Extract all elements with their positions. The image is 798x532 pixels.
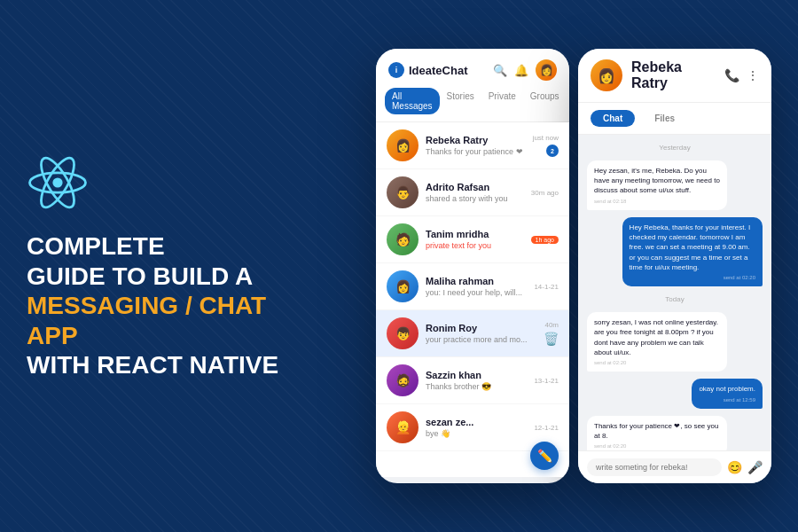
message-received-2: sorry zesan, I was not online yesterday.… <box>587 312 727 372</box>
chat-time: just now <box>533 134 559 142</box>
bell-icon[interactable]: 🔔 <box>514 64 528 77</box>
chat-meta: just now 2 <box>533 134 559 157</box>
message-sent-1: Hey Rebeka, thanks for your interest. I … <box>622 217 763 286</box>
tab-stories[interactable]: Stories <box>440 88 481 114</box>
chat-preview: bye 👋 <box>426 429 527 438</box>
chat-name: Rebeka Ratry <box>426 135 526 145</box>
detail-header-icons: 📞 ⋮ <box>724 68 759 82</box>
message-time: send at 02:20 <box>594 442 720 450</box>
chat-time: 14-1-21 <box>534 283 559 291</box>
app-name: IdeateChat <box>409 64 467 77</box>
list-header: i IdeateChat 🔍 🔔 👩 <box>376 49 569 88</box>
more-icon[interactable]: ⋮ <box>747 68 759 82</box>
chat-meta: 12-1-21 <box>534 424 559 432</box>
chat-name: sezan ze... <box>426 417 527 427</box>
mic-icon[interactable]: 🎤 <box>747 460 763 474</box>
detail-tabs: Chat Files <box>578 103 771 135</box>
chat-meta: 40m 🗑️ <box>544 321 559 346</box>
phone-icon[interactable]: 📞 <box>724 68 739 82</box>
chat-info-ronim: Ronim Roy your practice more and mo... <box>426 323 536 344</box>
message-text: Hey zesan, it's me, Rebeka. Do you have … <box>594 167 720 194</box>
chat-item-maliha[interactable]: 👩 Maliha rahman you: I need your help, w… <box>376 263 569 310</box>
left-section: COMPLETE GUIDE TO BUILD A MESSAGING / CH… <box>27 152 293 380</box>
chat-name: Adrito Rafsan <box>426 182 524 192</box>
avatar-rebeka: 👩 <box>387 129 419 161</box>
tab-all-messages[interactable]: All Messages <box>385 88 440 114</box>
user-avatar[interactable]: 👩 <box>536 59 557 81</box>
message-received-3: Thanks for your patience ❤, so see you a… <box>587 416 727 450</box>
app-logo: i IdeateChat <box>388 62 467 78</box>
contact-name: Rebeka Ratry <box>631 59 716 91</box>
chat-preview: Thanks brother 😎 <box>426 382 527 391</box>
headline-line2: GUIDE TO BUILD A <box>27 262 253 290</box>
headline-highlight: MESSAGING / CHAT APP <box>27 292 266 349</box>
chat-preview: you: I need your help, will... <box>426 288 527 297</box>
logo-icon: i <box>388 62 404 78</box>
avatar-maliha: 👩 <box>387 270 419 302</box>
avatar-sezan: 👱 <box>387 411 419 443</box>
chat-info-adrito: Adrito Rafsan shared a story with you <box>426 182 524 203</box>
message-time: send at 02:18 <box>594 198 720 205</box>
chat-time: 30m ago <box>531 189 559 197</box>
headline-line3: WITH REACT NATIVE <box>27 351 278 379</box>
chat-item-adrito[interactable]: 👨 Adrito Rafsan shared a story with you … <box>376 169 569 216</box>
svg-point-0 <box>52 177 62 187</box>
message-text: okay not problem. <box>699 385 755 393</box>
chat-list: 👩 Rebeka Ratry Thanks for your patience … <box>376 122 569 477</box>
detail-header: 👩 Rebeka Ratry 📞 ⋮ <box>578 49 771 103</box>
fab-compose-button[interactable]: ✏️ <box>530 442 559 470</box>
headline-line1: COMPLETE <box>27 232 165 260</box>
chat-item-sazzin[interactable]: 🧔 Sazzin khan Thanks brother 😎 13-1-21 <box>376 357 569 404</box>
avatar-sazzin: 🧔 <box>387 364 419 396</box>
chat-meta: 13-1-21 <box>534 377 559 385</box>
tab-chat[interactable]: Chat <box>591 110 635 127</box>
detail-avatar: 👩 <box>591 59 622 91</box>
chat-name: Maliha rahman <box>426 276 527 286</box>
message-sent-2: okay not problem. send at 12:59 <box>692 379 763 409</box>
chat-item-rebeka[interactable]: 👩 Rebeka Ratry Thanks for your patience … <box>376 122 569 169</box>
avatar-adrito: 👨 <box>387 176 419 208</box>
chat-preview-private: private text for you <box>426 241 524 250</box>
message-text: Thanks for your patience ❤, so see you a… <box>594 422 718 440</box>
chat-name: Ronim Roy <box>426 323 536 333</box>
chat-preview: your practice more and mo... <box>426 335 536 344</box>
messages-area: Yesterday Hey zesan, it's me, Rebeka. Do… <box>578 135 771 450</box>
header-icons: 🔍 🔔 👩 <box>493 59 557 81</box>
chat-time: 12-1-21 <box>534 424 559 432</box>
tab-groups[interactable]: Groups <box>523 88 567 114</box>
message-received-1: Hey zesan, it's me, Rebeka. Do you have … <box>587 160 727 210</box>
avatar-ronim: 👦 <box>387 317 419 349</box>
active-badge: 1h ago <box>531 236 559 244</box>
avatar-tanim: 🧑 <box>387 223 419 255</box>
chat-item-ronim[interactable]: 👦 Ronim Roy your practice more and mo...… <box>376 310 569 357</box>
headline: COMPLETE GUIDE TO BUILD A MESSAGING / CH… <box>27 231 293 380</box>
react-logo <box>27 152 89 214</box>
chat-name: Tanim mridha <box>426 229 524 239</box>
message-time: send at 02:20 <box>594 359 720 366</box>
input-area: 😊 🎤 <box>578 450 771 483</box>
emoji-icon[interactable]: 😊 <box>727 460 742 474</box>
day-label-today: Today <box>587 295 763 303</box>
chat-time: 40m <box>544 321 559 329</box>
chat-info-rebeka: Rebeka Ratry Thanks for your patience ❤ <box>426 135 526 156</box>
message-text: sorry zesan, I was not online yesterday.… <box>594 318 718 356</box>
message-time: send at 12:59 <box>699 396 755 403</box>
chat-preview: shared a story with you <box>426 194 524 203</box>
chat-info-maliha: Maliha rahman you: I need your help, wil… <box>426 276 527 297</box>
chat-info-sazzin: Sazzin khan Thanks brother 😎 <box>426 370 527 391</box>
chat-preview: Thanks for your patience ❤ <box>426 147 526 156</box>
chat-meta: 14-1-21 <box>534 283 559 291</box>
chat-info-sezan: sezan ze... bye 👋 <box>426 417 527 438</box>
message-time: send at 02:20 <box>630 274 755 281</box>
chat-item-tanim[interactable]: 🧑 Tanim mridha private text for you 1h a… <box>376 216 569 263</box>
phones-container: i IdeateChat 🔍 🔔 👩 All Messages Stories … <box>376 49 771 483</box>
nav-tabs: All Messages Stories Private Groups <box>376 88 569 122</box>
search-icon[interactable]: 🔍 <box>493 64 507 77</box>
tab-private[interactable]: Private <box>481 88 523 114</box>
chat-meta: 30m ago <box>531 189 559 197</box>
message-input[interactable] <box>587 458 722 476</box>
tab-files[interactable]: Files <box>642 110 687 127</box>
delete-icon[interactable]: 🗑️ <box>544 332 559 346</box>
chat-time: 13-1-21 <box>534 377 559 385</box>
day-label-yesterday: Yesterday <box>587 144 763 152</box>
